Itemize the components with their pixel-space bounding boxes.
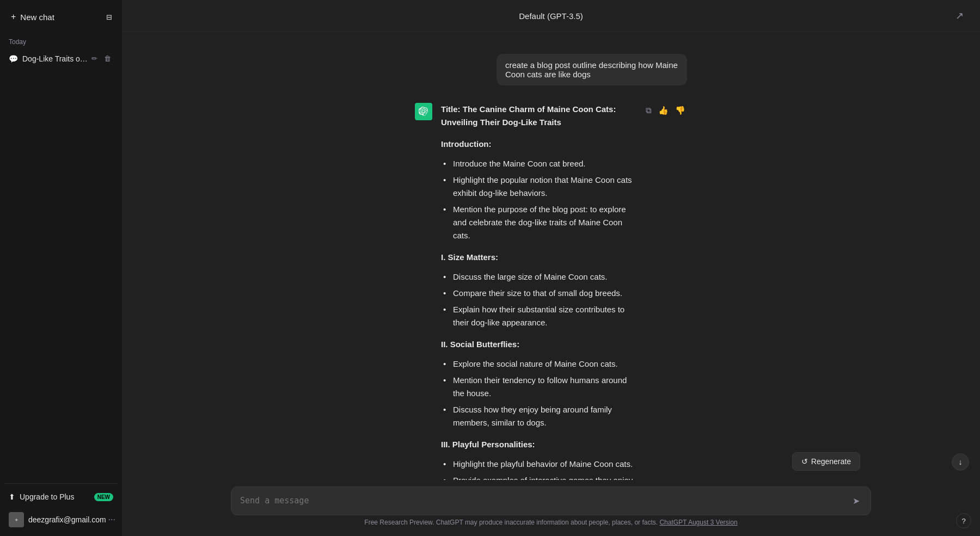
section-size-list: Discuss the large size of Maine Coon cat… [441, 270, 635, 329]
section-social-heading: II. Social Butterflies: [441, 338, 635, 351]
avatar: ✦ [9, 512, 24, 527]
sidebar-footer: ⬆ Upgrade to Plus NEW ✦ deezgrafix@gmail… [4, 483, 118, 532]
user-message-row: create a blog post outline describing ho… [306, 45, 796, 94]
section-intro-list: Introduce the Maine Coon cat breed. High… [441, 157, 635, 242]
regenerate-icon: ↺ [801, 457, 808, 466]
assistant-message-row: Title: The Canine Charm of Maine Coon Ca… [306, 94, 796, 480]
list-item: Introduce the Maine Coon cat breed. [443, 157, 635, 170]
main-panel: Default (GPT-3.5) ↗ create a blog post o… [122, 0, 980, 536]
new-chat-button[interactable]: + New chat [7, 9, 103, 25]
sidebar-toggle-icon: ⊟ [106, 13, 112, 21]
edit-chat-button[interactable]: ✏ [89, 53, 100, 64]
chat-item[interactable]: 💬 Dog-Like Traits of Main ✏ 🗑 [4, 49, 118, 68]
section-social-list: Explore the social nature of Maine Coon … [441, 358, 635, 429]
section-size-heading: I. Size Matters: [441, 251, 635, 264]
list-item: Highlight the playful behavior of Maine … [443, 458, 635, 471]
scroll-down-icon: ↓ [959, 458, 963, 466]
section-today: Today [4, 36, 118, 49]
chat-item-left: 💬 Dog-Like Traits of Main [9, 54, 89, 63]
section-playful-heading: III. Playful Personalities: [441, 438, 635, 451]
message-actions: ⧉ 👍 👎 [644, 103, 687, 117]
share-button[interactable]: ↗ [952, 7, 967, 25]
copy-icon: ⧉ [646, 106, 652, 115]
scroll-to-bottom-button[interactable]: ↓ [952, 453, 969, 471]
delete-chat-button[interactable]: 🗑 [102, 53, 113, 64]
edit-icon: ✏ [91, 54, 97, 63]
gpt-avatar [415, 103, 432, 120]
thumbs-down-icon: 👎 [675, 106, 685, 115]
regenerate-container: ↺ Regenerate [792, 452, 860, 471]
input-area: ➤ Free Research Preview. ChatGPT may pro… [122, 480, 980, 536]
list-item: Mention their tendency to follow humans … [443, 374, 635, 400]
list-item: Compare their size to that of small dog … [443, 287, 635, 300]
sidebar-top: + New chat ⊟ [4, 4, 118, 29]
upgrade-left: ⬆ Upgrade to Plus [9, 492, 74, 501]
copy-message-button[interactable]: ⧉ [644, 104, 653, 117]
list-item: Explain how their substantial size contr… [443, 303, 635, 329]
thumbs-up-button[interactable]: 👍 [657, 104, 670, 117]
user-message-text: create a blog post outline describing ho… [505, 60, 678, 79]
user-bubble: create a blog post outline describing ho… [497, 54, 687, 85]
chat-item-actions: ✏ 🗑 [89, 53, 113, 64]
header: Default (GPT-3.5) ↗ [122, 0, 980, 32]
chat-list: 💬 Dog-Like Traits of Main ✏ 🗑 [4, 49, 118, 68]
share-icon: ↗ [955, 10, 964, 21]
footer-note: Free Research Preview. ChatGPT may produ… [231, 515, 871, 532]
regenerate-button[interactable]: ↺ Regenerate [792, 452, 860, 471]
upgrade-icon: ⬆ [9, 492, 15, 501]
upgrade-item[interactable]: ⬆ Upgrade to Plus NEW [4, 488, 118, 506]
help-icon: ? [961, 517, 965, 525]
section-intro-heading: Introduction: [441, 138, 635, 151]
user-profile-item[interactable]: ✦ deezgrafix@gmail.com ··· [4, 508, 118, 532]
assistant-title: Title: The Canine Charm of Maine Coon Ca… [441, 104, 616, 127]
thumbs-down-button[interactable]: 👎 [673, 104, 687, 117]
footer-link[interactable]: ChatGPT August 3 Version [659, 519, 737, 526]
sidebar: + New chat ⊟ Today 💬 Dog-Like Traits of … [0, 0, 122, 536]
chat-item-label: Dog-Like Traits of Main [22, 54, 89, 63]
list-item: Explore the social nature of Maine Coon … [443, 358, 635, 371]
message-input[interactable] [240, 495, 846, 507]
regenerate-label: Regenerate [811, 457, 851, 466]
list-item: Discuss how they enjoy being around fami… [443, 403, 635, 429]
help-button[interactable]: ? [956, 513, 971, 528]
user-more-button[interactable]: ··· [106, 514, 118, 526]
section-playful-list: Highlight the playful behavior of Maine … [441, 458, 635, 480]
input-box: ➤ [231, 486, 871, 515]
chat-icon: 💬 [9, 54, 18, 63]
user-email: deezgrafix@gmail.com [28, 515, 106, 524]
list-item: Provide examples of interactive games th… [443, 474, 635, 480]
footer-note-text: Free Research Preview. ChatGPT may produ… [364, 519, 658, 526]
plus-icon: + [11, 12, 16, 22]
send-icon: ➤ [853, 496, 860, 506]
list-item: Highlight the popular notion that Maine … [443, 174, 635, 200]
list-item: Discuss the large size of Maine Coon cat… [443, 270, 635, 284]
new-badge: NEW [94, 493, 113, 501]
new-chat-label: New chat [20, 13, 54, 22]
thumbs-up-icon: 👍 [658, 106, 669, 115]
delete-icon: 🗑 [104, 54, 111, 63]
chat-area[interactable]: create a blog post outline describing ho… [122, 32, 980, 480]
list-item: Mention the purpose of the blog post: to… [443, 203, 635, 242]
sidebar-toggle-button[interactable]: ⊟ [103, 10, 115, 24]
upgrade-label: Upgrade to Plus [20, 492, 74, 501]
footer-left: ✦ deezgrafix@gmail.com [9, 512, 106, 527]
header-title: Default (GPT-3.5) [519, 11, 583, 21]
send-button[interactable]: ➤ [850, 494, 862, 508]
assistant-message-content: Title: The Canine Charm of Maine Coon Ca… [441, 103, 635, 480]
